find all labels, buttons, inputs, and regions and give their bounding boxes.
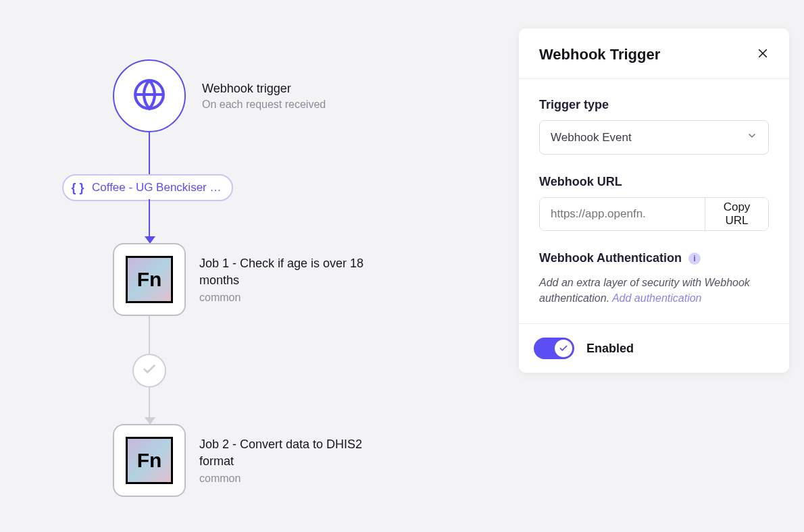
check-icon xyxy=(142,362,157,379)
edge-condition-node[interactable] xyxy=(132,354,166,388)
copy-url-button[interactable]: Copy URL xyxy=(705,198,768,230)
job-node-1[interactable]: Fn Job 1 - Check if age is over 18 month… xyxy=(113,243,388,316)
job-tile: Fn xyxy=(113,424,186,497)
trigger-circle xyxy=(113,59,186,132)
panel-footer: Enabled xyxy=(519,323,789,373)
trigger-title: Webhook trigger xyxy=(202,82,326,96)
job-tile: Fn xyxy=(113,243,186,316)
enabled-toggle[interactable] xyxy=(534,338,574,359)
trigger-type-section: Trigger type Webhook Event xyxy=(539,98,769,155)
webhook-url-section: Webhook URL Copy URL xyxy=(539,175,769,231)
job-adaptor: common xyxy=(199,292,388,304)
edge-line xyxy=(149,132,150,174)
close-button[interactable] xyxy=(757,47,769,63)
trigger-node[interactable]: Webhook trigger On each request received xyxy=(113,59,326,132)
workflow-canvas: Webhook trigger On each request received… xyxy=(0,0,520,532)
edge-line xyxy=(149,388,150,419)
section-label: Trigger type xyxy=(539,98,769,112)
section-label: Webhook Authentication xyxy=(539,251,682,265)
auth-label-row: Webhook Authentication i xyxy=(539,251,769,265)
edge-line xyxy=(149,199,150,240)
trigger-subtitle: On each request received xyxy=(202,99,326,111)
panel-header: Webhook Trigger xyxy=(519,28,789,79)
edge-label-text: Coffee - UG Benckiser … xyxy=(92,181,221,194)
fn-badge-icon: Fn xyxy=(126,437,173,484)
job-adaptor: common xyxy=(199,473,388,485)
trigger-panel: Webhook Trigger Trigger type Webhook Eve… xyxy=(519,28,789,373)
edge-line xyxy=(149,316,150,355)
panel-body: Trigger type Webhook Event Webhook URL C… xyxy=(519,79,789,323)
info-icon[interactable]: i xyxy=(688,252,701,265)
globe-icon xyxy=(132,78,166,114)
select-value: Webhook Event xyxy=(551,131,632,144)
close-icon xyxy=(757,47,769,62)
edge-label-pill[interactable]: { } Coffee - UG Benckiser … xyxy=(62,174,233,201)
enabled-label: Enabled xyxy=(586,342,634,356)
add-authentication-link[interactable]: Add authentication xyxy=(612,292,702,304)
job-title: Job 1 - Check if age is over 18 months xyxy=(199,255,388,289)
panel-title: Webhook Trigger xyxy=(539,46,660,63)
webhook-url-input[interactable] xyxy=(540,198,705,230)
webhook-auth-section: Webhook Authentication i Add an extra la… xyxy=(539,251,769,306)
url-row: Copy URL xyxy=(539,197,769,231)
braces-icon: { } xyxy=(70,180,85,195)
section-label: Webhook URL xyxy=(539,175,769,189)
toggle-knob xyxy=(555,340,572,357)
trigger-labels: Webhook trigger On each request received xyxy=(202,82,326,111)
chevron-down-icon xyxy=(747,130,757,144)
job-labels: Job 1 - Check if age is over 18 months c… xyxy=(199,255,388,304)
job-title: Job 2 - Convert data to DHIS2 format xyxy=(199,436,388,470)
fn-badge-icon: Fn xyxy=(126,256,173,303)
job-labels: Job 2 - Convert data to DHIS2 format com… xyxy=(199,436,388,485)
trigger-type-select[interactable]: Webhook Event xyxy=(539,120,769,155)
job-node-2[interactable]: Fn Job 2 - Convert data to DHIS2 format … xyxy=(113,424,388,497)
auth-description: Add an extra layer of security with Webh… xyxy=(539,275,769,306)
